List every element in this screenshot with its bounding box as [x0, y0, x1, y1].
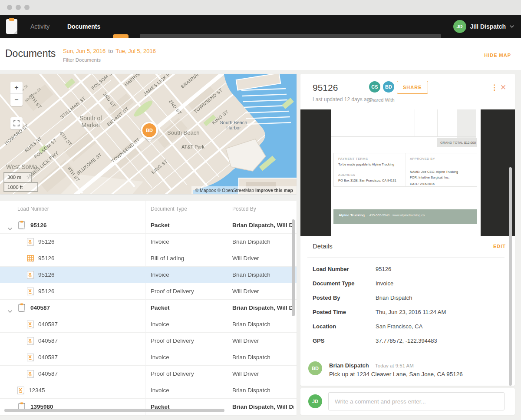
- comment-input[interactable]: [328, 392, 505, 410]
- chevron-down-icon[interactable]: [8, 307, 12, 314]
- map-area-label: South Beach Harbor: [218, 120, 249, 130]
- load-number-cell: 95126: [38, 238, 55, 245]
- window-dot[interactable]: [16, 5, 21, 10]
- mapbox-link[interactable]: © Mapbox: [195, 188, 216, 193]
- user-menu[interactable]: JD Jill Dispatch: [453, 15, 514, 38]
- window-titlebar: [0, 0, 521, 15]
- field-value: San Francisco, CA: [376, 323, 422, 330]
- map-area-label: South Beach: [167, 129, 199, 136]
- table-row-document[interactable]: 95126 Proof of Delivery Will Driver: [0, 283, 297, 300]
- document-preview[interactable]: GRAND TOTAL $12,000 PAYMENT TERMS To be …: [300, 109, 515, 236]
- posted-by-cell: Brian Dispatch, Will Driver: [232, 403, 294, 410]
- table-row-document[interactable]: 040587 Proof of Delivery Will Driver: [0, 333, 297, 349]
- edit-button[interactable]: EDIT: [493, 244, 506, 249]
- document-type-cell: Bill of Lading: [151, 255, 184, 261]
- shared-avatar-bd[interactable]: BD: [382, 80, 395, 93]
- field-value: Thu, Jun 23, 2016 11:24 AM: [376, 309, 446, 315]
- current-user-avatar: JD: [308, 394, 322, 408]
- share-button[interactable]: SHARE: [397, 81, 428, 94]
- table-row-document[interactable]: 040587 Invoice Brian Dispatch: [0, 349, 297, 366]
- map-area-label: AT&T Park: [181, 144, 204, 149]
- shared-with-label: Shared With: [368, 97, 395, 103]
- document-type-cell: Packet: [151, 304, 170, 311]
- posted-by-cell: Brian Dispatch: [232, 321, 294, 327]
- grand-total-value: $12,000: [464, 141, 476, 145]
- zoom-out-button[interactable]: −: [10, 94, 23, 106]
- date-from-link[interactable]: Sun, Jun 5, 2016: [63, 48, 106, 54]
- zoom-in-button[interactable]: +: [10, 82, 23, 94]
- load-number-cell: 040587: [38, 354, 58, 360]
- shared-avatar-cs[interactable]: CS: [368, 80, 381, 93]
- user-name: Jill Dispatch: [470, 23, 506, 30]
- load-number-cell: 040587: [38, 370, 58, 377]
- app-logo-clipboard-icon[interactable]: [6, 19, 17, 34]
- map-canvas[interactable]: 5TH ST 4TH ST 3RD ST 2ND ST 6TH ST HOWAR…: [0, 74, 297, 194]
- packet-clipboard-icon: [18, 221, 25, 231]
- spreadsheet-file-icon: [27, 321, 34, 330]
- page-header: Documents Sun, Jun 5, 2016toTue, Jul 5, …: [0, 38, 521, 70]
- detail-field: Document Type Invoice: [300, 277, 515, 291]
- marker-initials: BD: [142, 123, 156, 137]
- spreadsheet-file-icon: [27, 337, 34, 347]
- field-label: Location: [313, 323, 336, 330]
- map-marker-bd[interactable]: BD: [140, 121, 159, 144]
- spreadsheet-file-icon: [17, 387, 24, 396]
- detail-field: Posted Time Thu, Jun 23, 2016 11:24 AM: [300, 305, 515, 320]
- table-horizontal-scrollbar[interactable]: [4, 409, 224, 412]
- more-options-icon[interactable]: ⋮: [491, 83, 498, 92]
- document-type-cell: Packet: [151, 222, 170, 228]
- spreadsheet-file-icon: [27, 271, 34, 281]
- detail-last-updated: Last updated 12 days ago: [313, 96, 373, 103]
- grand-total-label: GRAND TOTAL: [440, 141, 463, 145]
- field-value: Invoice: [376, 280, 393, 287]
- load-number-cell: 12345: [29, 387, 45, 394]
- invoice-table-line: [437, 109, 438, 136]
- map-scale-metric: 300 m: [3, 172, 32, 182]
- spreadsheet-file-icon: [27, 354, 34, 363]
- map-attribution: © Mapbox © OpenStreetMap Improve this ma…: [191, 186, 297, 194]
- table-row-packet[interactable]: 95126 Packet Brian Dispatch, Will Driver: [0, 217, 297, 234]
- posted-by-cell: Brian Dispatch: [232, 271, 294, 278]
- filter-documents-link[interactable]: Filter Documents: [63, 57, 101, 63]
- improve-map-link[interactable]: Improve this map: [255, 188, 293, 193]
- close-icon[interactable]: ✕: [500, 83, 506, 92]
- invoice-table-line: [331, 136, 476, 137]
- tab-documents[interactable]: Documents: [67, 15, 100, 38]
- panel-scrollbar[interactable]: [509, 167, 512, 386]
- field-value: Brian Dispatch: [376, 294, 412, 301]
- table-row-document[interactable]: 040587 Invoice Brian Dispatch: [0, 316, 297, 333]
- invoice-table-line: [415, 109, 415, 136]
- document-type-cell: Proof of Delivery: [151, 337, 194, 344]
- map-scale-imperial: 1000 ft: [3, 182, 38, 192]
- window-dot[interactable]: [24, 5, 30, 10]
- table-row-document[interactable]: 12345 Invoice Brian Dispatch: [0, 382, 297, 399]
- table-row-packet[interactable]: 040587 Packet Brian Dispatch, Will Drive…: [0, 300, 297, 316]
- hide-map-button[interactable]: HIDE MAP: [484, 53, 511, 58]
- table-row-document[interactable]: 95126 Invoice Brian Dispatch: [0, 234, 297, 250]
- document-type-cell: Proof of Delivery: [151, 370, 194, 377]
- detail-field: Posted By Brian Dispatch: [300, 291, 515, 305]
- column-header-posted-by: Posted By: [232, 206, 256, 212]
- table-row-document[interactable]: 040587 Proof of Delivery Will Driver: [0, 366, 297, 382]
- spreadsheet-file-icon: [27, 288, 34, 297]
- field-label: Posted By: [313, 294, 340, 301]
- window-dot[interactable]: [7, 5, 12, 10]
- date-to-link[interactable]: Tue, Jul 5, 2016: [115, 48, 156, 54]
- comment-timestamp: Today at 9:51 AM: [375, 363, 414, 368]
- table-row-document[interactable]: 95126 Bill of Lading Will Driver: [0, 250, 297, 267]
- fit-bounds-button[interactable]: [10, 117, 23, 129]
- tab-activity[interactable]: Activity: [30, 15, 49, 38]
- osm-link[interactable]: © OpenStreetMap: [217, 188, 254, 193]
- table-vertical-scrollbar[interactable]: [292, 219, 295, 316]
- top-navbar: Activity Documents + JD Jill Dispatch: [0, 15, 521, 38]
- load-number-cell: 040587: [38, 321, 58, 327]
- field-label: Posted Time: [313, 309, 346, 315]
- chevron-down-icon[interactable]: [8, 224, 12, 232]
- divider: [307, 257, 505, 258]
- posted-by-cell: Brian Dispatch: [232, 354, 294, 360]
- comment-compose-card: JD: [300, 388, 515, 415]
- details-fields: Load Number 95126 Document Type Invoice …: [300, 262, 515, 348]
- table-row-packet[interactable]: 1395980 Packet Brian Dispatch, Will Driv…: [0, 399, 297, 415]
- table-row-document-selected[interactable]: 95126 Invoice Brian Dispatch: [0, 267, 297, 283]
- grid-file-icon: [27, 255, 34, 264]
